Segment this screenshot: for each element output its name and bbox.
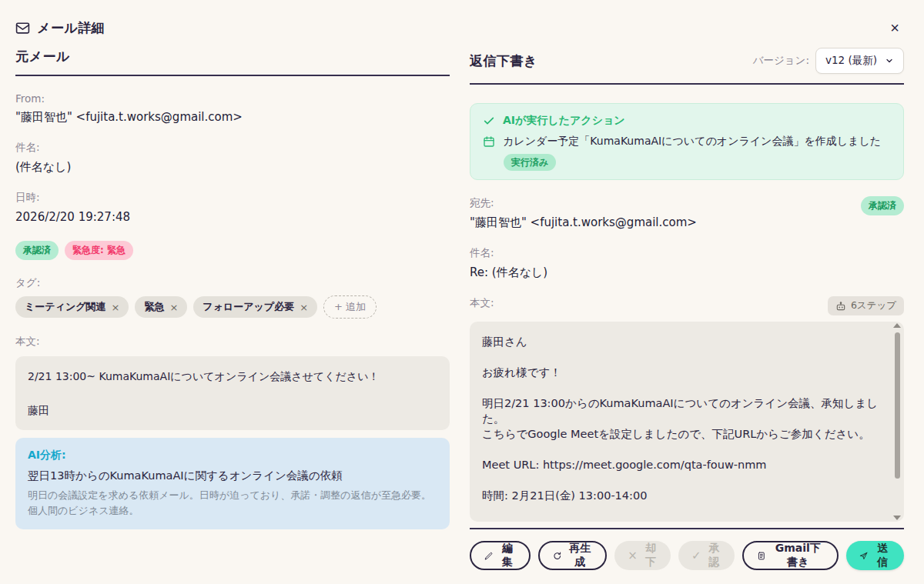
close-button[interactable]: × [886,18,904,37]
ai-action-item-text: カレンダー予定「KumaKumaAIについてのオンライン会議」を作成しました [503,135,881,149]
reject-button: × 却下 [614,541,671,570]
from-field: From: "藤田智也" <fujita.t.works@gmail.com> [15,92,450,125]
ai-analysis-label: AI分析: [28,449,437,462]
reply-body-editor[interactable]: 藤田さん お疲れ様です！ 明日2/21 13:00からのKumaKumaAIにつ… [470,322,904,522]
from-label: From: [15,92,450,105]
subject-field: 件名: (件名なし) [15,141,450,175]
tag-label: フォローアップ必要 [203,300,294,314]
reply-approved-badge: 承認済 [861,196,904,215]
tag-followup: フォローアップ必要 × [193,296,317,318]
reply-body-text[interactable]: 藤田さん お疲れ様です！ 明日2/21 13:00からのKumaKumaAIにつ… [470,322,904,522]
gmail-draft-button[interactable]: Gmail下書き [742,541,839,570]
steps-badge: 6ステップ [828,296,904,315]
pencil-icon [484,550,493,562]
scroll-up-icon[interactable] [893,323,901,328]
ai-action-box: AIが実行したアクション カレンダー予定「KumaKumaAIについてのオンライ… [470,103,904,180]
tag-remove-icon[interactable]: × [169,302,178,313]
tag-remove-icon[interactable]: × [300,302,308,313]
reply-draft-header: 返信下書き バージョン: v12 (最新) [470,48,904,85]
tag-meeting: ミーティング関連 × [15,296,129,318]
original-body-label: 本文: [15,335,450,349]
page-title: メール詳細 [37,19,105,37]
from-value: "藤田智也" <fujita.t.works@gmail.com> [15,110,450,125]
title-wrap: メール詳細 [15,19,105,37]
scroll-down-icon[interactable] [893,516,901,520]
check-icon [483,115,495,127]
ai-action-item: カレンダー予定「KumaKumaAIについてのオンライン会議」を作成しました [483,135,891,149]
scrollbar[interactable] [892,323,902,520]
date-value: 2026/2/20 19:27:48 [15,210,450,224]
to-value: "藤田智也" <fujita.t.works@gmail.com> [470,215,904,230]
date-field: 日時: 2026/2/20 19:27:48 [15,191,450,224]
version-select[interactable]: v12 (最新) [815,48,904,74]
original-email-heading: 元メール [15,48,70,65]
ai-analysis-summary: 翌日13時からのKumaKumaAIに関するオンライン会議の依頼 [28,469,437,483]
add-tag-button[interactable]: + 追加 [323,295,377,319]
ai-action-status-wrap: 実行済み [504,154,891,169]
tag-row: ミーティング関連 × 緊急 × フォローアップ必要 × + 追加 [15,295,450,319]
document-icon [757,550,766,562]
subject-value: (件名なし) [15,160,450,175]
ai-action-title: AIが実行したアクション [503,114,625,128]
refresh-icon [553,550,562,562]
topbar: メール詳細 × [15,14,904,42]
approve-button: ✓ 承認 [678,541,735,570]
regenerate-button[interactable]: 再生成 [538,541,608,570]
x-icon: × [628,549,638,562]
subject-label: 件名: [15,141,450,155]
to-field: 宛先: 承認済 "藤田智也" <fujita.t.works@gmail.com… [470,196,904,230]
scrollbar-thumb[interactable] [895,332,900,479]
reply-draft-panel: 返信下書き バージョン: v12 (最新) AIが実行したアクション カレンダー… [470,48,904,570]
to-label: 宛先: [470,196,494,210]
edit-button[interactable]: 編集 [470,541,531,570]
action-buttons: 編集 再生成 × 却下 ✓ 承認 Gmail下書き [470,541,904,570]
ai-analysis-box: AI分析: 翌日13時からのKumaKumaAIに関するオンライン会議の依頼 明… [15,438,450,529]
original-email-header: 元メール [15,48,450,76]
executed-badge: 実行済み [504,154,556,171]
ai-action-title-row: AIが実行したアクション [483,114,891,128]
reply-subject-field: 件名: Re: (件名なし) [470,246,904,280]
version-wrap: バージョン: v12 (最新) [753,48,904,74]
footer-divider [470,528,904,529]
email-detail-modal: メール詳細 × 元メール From: "藤田智也" <fujita.t.work… [0,0,924,584]
robot-icon [835,301,846,312]
paper-plane-icon [859,550,868,562]
original-body-field: 本文: 2/21 13:00~ KumaKumaAIについてオンライン会議させて… [15,335,450,430]
steps-badge-label: 6ステップ [851,299,896,312]
reply-body-field: 本文: 6ステップ 藤田さん お疲れ様です！ 明日2/21 13:00からのKu… [470,296,904,522]
tag-label: ミーティング関連 [25,300,106,314]
check-icon: ✓ [691,549,701,562]
tag-urgent: 緊急 × [135,296,187,318]
approved-badge: 承認済 [15,241,59,260]
send-button[interactable]: 送信 [846,541,904,570]
reply-subject-value: Re: (件名なし) [470,265,904,280]
date-label: 日時: [15,191,450,205]
calendar-icon [483,135,495,148]
urgency-badge: 緊急度: 緊急 [65,241,133,260]
status-badges: 承認済 緊急度: 緊急 [15,241,450,260]
tag-remove-icon[interactable]: × [112,302,120,313]
version-label: バージョン: [753,54,809,68]
mail-icon [15,21,30,35]
reply-subject-label: 件名: [470,246,904,260]
original-body-text: 2/21 13:00~ KumaKumaAIについてオンライン会議させてください… [15,356,450,430]
ai-analysis-detail: 明日の会議設定を求める依頼メール。日時が迫っており、承諾・調整の返信が至急必要。… [28,488,437,519]
tags-label: タグ: [15,276,450,290]
reply-body-label: 本文: [470,296,494,310]
version-value: v12 (最新) [825,54,877,68]
reply-draft-heading: 返信下書き [470,52,537,70]
original-email-panel: 元メール From: "藤田智也" <fujita.t.works@gmail.… [15,48,450,570]
tag-label: 緊急 [144,300,164,314]
tags-field: タグ: ミーティング関連 × 緊急 × フォローアップ必要 × + 追加 [15,276,450,319]
chevron-down-icon [885,56,894,65]
